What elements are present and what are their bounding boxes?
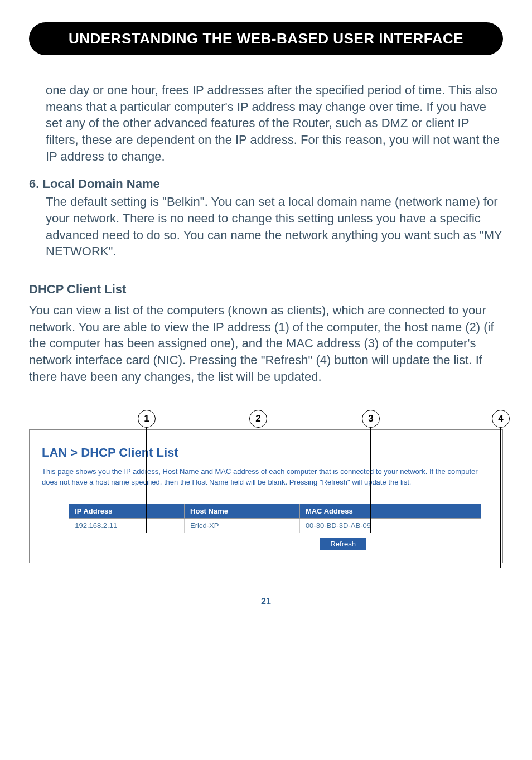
col-mac-address: MAC Address: [299, 504, 481, 519]
screenshot-description: This page shows you the IP address, Host…: [42, 467, 490, 488]
callout-2: 2: [249, 410, 267, 428]
cell-mac: 00-30-BD-3D-AB-09: [299, 519, 481, 533]
cell-ip: 192.168.2.11: [69, 519, 185, 533]
refresh-button[interactable]: Refresh: [320, 538, 366, 550]
dhcp-client-list-heading: DHCP Client List: [29, 282, 503, 297]
col-ip-address: IP Address: [69, 504, 185, 519]
page-number: 21: [29, 597, 503, 607]
item6-number: 6.: [29, 177, 39, 191]
leader-line-4v: [500, 427, 501, 568]
table-row: 192.168.2.11 Ericd-XP 00-30-BD-3D-AB-09: [69, 519, 481, 533]
paragraph-continuation: one day or one hour, frees IP addresses …: [46, 82, 503, 164]
leader-line-2: [258, 427, 258, 533]
table-header-row: IP Address Host Name MAC Address: [69, 504, 481, 519]
callout-3: 3: [362, 410, 380, 428]
leader-line-1: [146, 427, 147, 533]
item6-body: The default setting is "Belkin". You can…: [46, 193, 503, 260]
callout-1: 1: [138, 410, 156, 428]
screenshot-figure: 1 2 3 4 LAN > DHCP Client List This page…: [29, 413, 503, 563]
dhcp-screenshot-panel: LAN > DHCP Client List This page shows y…: [29, 429, 503, 563]
callout-4: 4: [492, 410, 510, 428]
item6-title: Local Domain Name: [42, 177, 159, 191]
dhcp-table: IP Address Host Name MAC Address 192.168…: [69, 504, 481, 533]
chapter-banner: UNDERSTANDING THE WEB-BASED USER INTERFA…: [29, 22, 503, 55]
screenshot-title: LAN > DHCP Client List: [42, 446, 490, 460]
col-host-name: Host Name: [185, 504, 300, 519]
leader-line-3: [370, 427, 371, 533]
dhcp-client-list-paragraph: You can view a list of the computers (kn…: [29, 302, 503, 385]
list-item-6: 6. Local Domain Name The default setting…: [29, 176, 503, 259]
cell-host: Ericd-XP: [185, 519, 300, 533]
leader-line-4h: [420, 568, 500, 568]
